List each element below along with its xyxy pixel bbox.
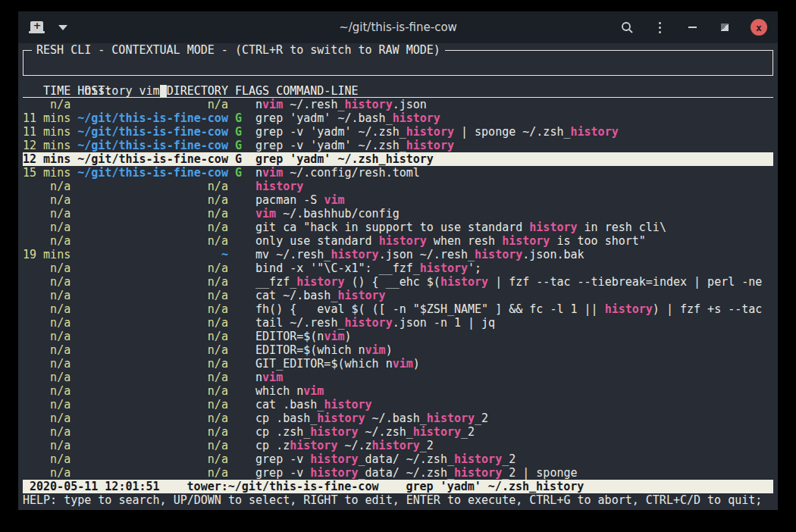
- history-row[interactable]: n/a n/a history: [23, 180, 773, 193]
- history-row[interactable]: n/a n/a cat .bash_history: [23, 398, 773, 412]
- status-datetime: 2020-05-11 12:01:51: [30, 480, 160, 493]
- search-input[interactable]: RESH CLI - CONTEXTUAL MODE - (CTRL+R to …: [23, 50, 773, 76]
- terminal-content: RESH CLI - CONTEXTUAL MODE - (CTRL+R to …: [18, 43, 778, 510]
- search-button[interactable]: [620, 20, 634, 34]
- history-row[interactable]: n/a n/a nvim ~/.resh_history.json: [23, 98, 773, 111]
- help-bar: HELP: type to search, UP/DOWN to select,…: [23, 493, 773, 507]
- plus-icon: +: [29, 20, 45, 31]
- history-row[interactable]: n/a n/a cat ~/.bash_history: [23, 289, 773, 302]
- history-row[interactable]: n/a n/a cp .bash_history ~/.bash_history…: [23, 412, 773, 425]
- status-command: grep 'yadm' ~/.zsh_history: [406, 480, 584, 493]
- terminal-window: + ~/git/this-is-fine-cow: [18, 11, 778, 510]
- history-row[interactable]: n/a n/a pacman -S vim: [23, 193, 773, 207]
- search-query-text: history vim: [84, 84, 159, 98]
- titlebar[interactable]: + ~/git/this-is-fine-cow: [18, 11, 778, 43]
- history-row[interactable]: n/a n/a EDITOR=$(nvim): [23, 330, 773, 343]
- minimize-icon: [688, 27, 697, 28]
- history-row[interactable]: n/a n/a cp .zsh_history ~/.zsh_history_2: [23, 425, 773, 439]
- history-row[interactable]: 12 mins ~/git/this-is-fine-cow G grep -v…: [23, 139, 773, 152]
- history-row[interactable]: n/a n/a grep -v history_data/ ~/.zsh_his…: [23, 466, 773, 480]
- chevron-down-icon: [58, 25, 67, 30]
- history-row[interactable]: 11 mins ~/git/this-is-fine-cow G grep 'y…: [23, 111, 773, 125]
- status-host-path: tower:~/git/this-is-fine-cow: [187, 480, 379, 493]
- history-row[interactable]: 11 mins ~/git/this-is-fine-cow G grep -v…: [23, 125, 773, 139]
- status-bar: 2020-05-11 12:01:51tower:~/git/this-is-f…: [23, 480, 773, 493]
- desktop-background: + ~/git/this-is-fine-cow: [0, 0, 796, 532]
- history-row[interactable]: 15 mins ~/git/this-is-fine-cow G nvim ~/…: [23, 166, 773, 180]
- history-row[interactable]: n/a n/a git ca "hack in support to use s…: [23, 221, 773, 234]
- history-table-body: n/a n/a nvim ~/.resh_history.json11 mins…: [23, 98, 773, 480]
- history-row[interactable]: n/a n/a bind -x '"\C-x1": __fzf_history'…: [23, 261, 773, 275]
- restore-icon: [721, 23, 729, 31]
- text-cursor: [160, 85, 167, 97]
- history-row[interactable]: n/a n/a __fzf_history () { __ehc $(histo…: [23, 275, 773, 289]
- tab-dropdown-button[interactable]: [56, 20, 70, 34]
- close-icon: x: [756, 22, 762, 33]
- new-tab-button[interactable]: +: [29, 20, 45, 34]
- minimize-button[interactable]: [685, 20, 699, 34]
- history-row[interactable]: n/a n/a GIT_EDITOR=$(which nvim): [23, 357, 773, 371]
- history-row[interactable]: n/a n/a fh() { eval $( ([ -n "$ZSH_NAME"…: [23, 302, 773, 316]
- search-box-label: RESH CLI - CONTEXTUAL MODE - (CTRL+R to …: [32, 43, 445, 57]
- history-row[interactable]: 12 mins ~/git/this-is-fine-cow G grep 'y…: [23, 152, 773, 166]
- history-row[interactable]: 19 mins ~ mv ~/.resh_history.json ~/.res…: [23, 248, 773, 261]
- history-row[interactable]: n/a n/a only use standard history when r…: [23, 234, 773, 248]
- history-row[interactable]: n/a n/a cp .zhistory ~/.zhistory_2: [23, 439, 773, 452]
- history-row[interactable]: n/a n/a which nvim: [23, 384, 773, 398]
- search-icon: [621, 21, 634, 34]
- history-row[interactable]: n/a n/a tail ~/.resh_history.json -n 1 |…: [23, 316, 773, 330]
- history-row[interactable]: n/a n/a nvim: [23, 371, 773, 384]
- restore-button[interactable]: [718, 20, 732, 34]
- history-row[interactable]: n/a n/a EDITOR=$(which nvim): [23, 343, 773, 357]
- menu-button[interactable]: [653, 20, 666, 34]
- kebab-icon: [659, 22, 661, 24]
- history-row[interactable]: n/a n/a vim ~/.bashhub/config: [23, 207, 773, 221]
- history-row[interactable]: n/a n/a grep -v history_data/ ~/.zsh_his…: [23, 452, 773, 466]
- close-button[interactable]: x: [751, 19, 767, 36]
